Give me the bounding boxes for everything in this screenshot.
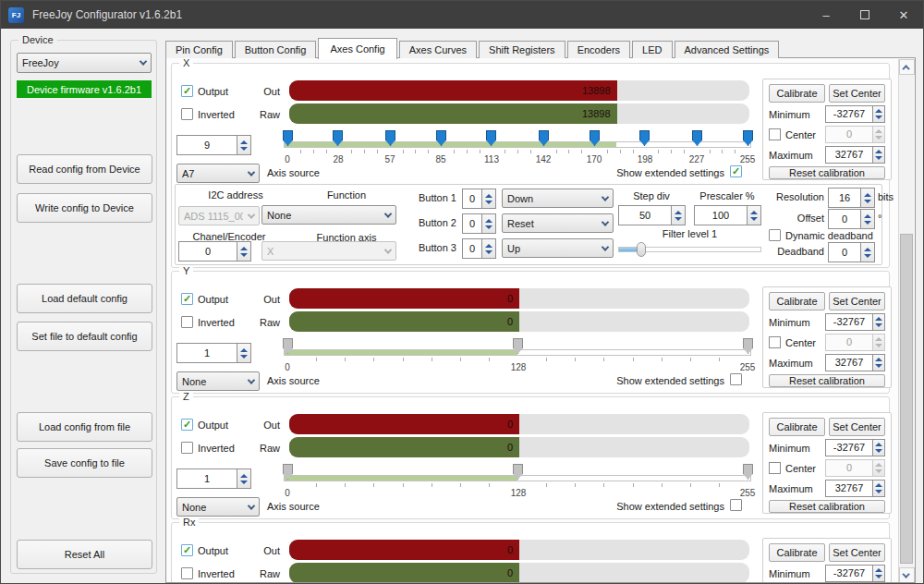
center-input[interactable]: 0 (825, 126, 885, 143)
calibrate-button[interactable]: Calibrate (769, 418, 825, 436)
center-checkbox[interactable] (769, 128, 781, 140)
step-div-input[interactable]: 50 (618, 205, 686, 225)
output-checkbox[interactable]: ✓ (181, 85, 193, 97)
axis-points-input[interactable]: 9 (176, 135, 251, 155)
tab-axes-config[interactable]: Axes Config (318, 38, 396, 59)
center-input[interactable]: 0 (825, 334, 885, 351)
axis-source-select[interactable]: None (176, 371, 260, 391)
show-extended-checkbox[interactable]: ✓ (730, 165, 742, 177)
calibrate-button[interactable]: Calibrate (769, 543, 825, 562)
axis-button-1-number-arrows[interactable] (482, 189, 496, 209)
axis-button-2-number[interactable]: 0 (462, 213, 496, 234)
output-checkbox[interactable]: ✓ (181, 293, 193, 305)
axis-points-input-arrows[interactable] (237, 468, 251, 489)
tab-axes-curves[interactable]: Axes Curves (399, 41, 477, 58)
output-checkbox[interactable]: ✓ (181, 419, 193, 431)
device-select[interactable]: FreeJoy (17, 53, 152, 73)
axis-points-input-arrows[interactable] (237, 135, 251, 155)
resolution-input[interactable]: 16 (828, 188, 875, 208)
center-input-arrows[interactable] (873, 459, 885, 477)
set-center-button[interactable]: Set Center (829, 84, 885, 103)
inverted-checkbox[interactable] (181, 567, 193, 579)
deadband-input-arrows[interactable] (861, 242, 875, 262)
minimum-input-arrows[interactable] (873, 105, 885, 123)
function-select[interactable]: None (261, 205, 396, 225)
filter-level-slider[interactable] (618, 242, 761, 257)
minimum-input-arrows[interactable] (873, 439, 885, 456)
offset-input[interactable]: 0 (828, 209, 875, 229)
axis-button-3-number[interactable]: 0 (462, 238, 496, 259)
i2c-address-select[interactable]: ADS 1115_00 (178, 206, 260, 225)
deadband-input[interactable]: 0 (828, 242, 875, 262)
step-div-input-arrows[interactable] (672, 205, 686, 225)
load-default-config-button[interactable]: Load default config (17, 284, 152, 313)
center-input[interactable]: 0 (825, 459, 885, 477)
axis-button-2-action-select[interactable]: Reset (502, 213, 614, 233)
maximum-input[interactable]: 32767 (825, 354, 885, 371)
center-input-arrows[interactable] (873, 334, 885, 351)
show-extended-checkbox[interactable] (730, 373, 742, 385)
center-checkbox[interactable] (769, 336, 781, 348)
filter-slider-handle[interactable] (637, 242, 646, 257)
chanel-encoder-input-arrows[interactable] (237, 241, 251, 262)
tab-button-config[interactable]: Button Config (235, 41, 317, 58)
maximum-input[interactable]: 32767 (825, 146, 885, 164)
axis-slider[interactable]: 0285785113142170198227255 (284, 130, 751, 169)
scrollbar-thumb[interactable] (900, 234, 913, 564)
vertical-scrollbar[interactable] (898, 59, 914, 583)
resolution-input-arrows[interactable] (861, 188, 875, 208)
maximum-input-arrows[interactable] (873, 146, 885, 164)
center-checkbox[interactable] (769, 462, 781, 474)
inverted-checkbox[interactable] (181, 316, 193, 328)
axis-button-1-action-select[interactable]: Down (502, 189, 614, 208)
axis-slider[interactable]: 0128255 (284, 464, 751, 503)
axis-button-2-number-arrows[interactable] (482, 213, 496, 234)
set-center-button[interactable]: Set Center (829, 543, 885, 562)
show-extended-checkbox[interactable] (730, 499, 742, 511)
reset-all-button[interactable]: Reset All (17, 540, 152, 569)
save-config-to-file-button[interactable]: Save config to file (17, 448, 152, 478)
tab-encoders[interactable]: Encoders (567, 41, 630, 58)
minimum-input-arrows[interactable] (873, 313, 885, 331)
axis-points-input[interactable]: 1 (176, 343, 251, 363)
tab-shift-registers[interactable]: Shift Registers (479, 41, 565, 58)
axis-button-1-number[interactable]: 0 (462, 189, 496, 209)
maximum-input-arrows[interactable] (873, 354, 885, 371)
dynamic-deadband-checkbox[interactable] (769, 229, 781, 241)
chanel-encoder-input[interactable]: 0 (178, 241, 251, 262)
minimum-input[interactable]: -32767 (825, 105, 885, 123)
inverted-checkbox[interactable] (181, 108, 193, 120)
axis-points-input-arrows[interactable] (237, 343, 251, 363)
close-button[interactable]: ✕ (884, 1, 923, 29)
tab-advanced-settings[interactable]: Advanced Settings (675, 41, 780, 58)
axis-points-input[interactable]: 1 (176, 468, 251, 489)
minimum-input[interactable]: -32767 (825, 565, 885, 582)
maximum-input[interactable]: 32767 (825, 480, 885, 497)
reset-calibration-button[interactable]: Reset calibration (769, 374, 885, 387)
axis-slider[interactable]: 0128255 (284, 338, 751, 377)
minimize-button[interactable]: – (807, 1, 845, 29)
scrollbar-down-button[interactable] (899, 567, 915, 583)
set-file-to-default-config-button[interactable]: Set file to default config (17, 322, 152, 351)
read-config-from-device-button[interactable]: Read config from Device (17, 154, 152, 184)
minimum-input-arrows[interactable] (873, 565, 885, 582)
minimum-input[interactable]: -32767 (825, 439, 885, 456)
inverted-checkbox[interactable] (181, 442, 193, 454)
axis-button-3-number-arrows[interactable] (482, 238, 496, 259)
prescaler-input-arrows[interactable] (748, 205, 761, 225)
output-checkbox[interactable]: ✓ (181, 544, 193, 556)
calibrate-button[interactable]: Calibrate (769, 84, 825, 103)
reset-calibration-button[interactable]: Reset calibration (769, 166, 885, 179)
function-axis-select[interactable]: X (261, 241, 396, 261)
maximum-input-arrows[interactable] (873, 480, 885, 497)
prescaler-input[interactable]: 100 (694, 205, 761, 225)
axis-source-select[interactable]: A7 (176, 164, 260, 183)
scrollbar-up-button[interactable] (899, 59, 915, 75)
calibrate-button[interactable]: Calibrate (769, 292, 825, 310)
axis-button-3-action-select[interactable]: Up (502, 238, 614, 258)
axis-source-select[interactable]: None (176, 497, 260, 517)
tab-led[interactable]: LED (632, 41, 672, 58)
write-config-to-device-button[interactable]: Write config to Device (17, 193, 152, 223)
maximize-button[interactable] (845, 1, 884, 29)
set-center-button[interactable]: Set Center (829, 418, 885, 436)
